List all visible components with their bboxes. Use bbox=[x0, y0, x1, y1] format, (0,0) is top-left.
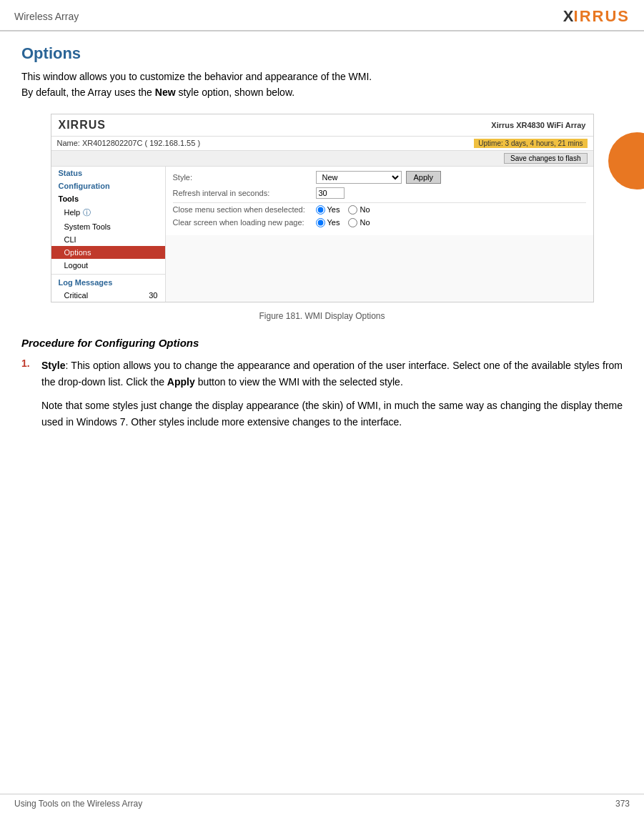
ss-logo-rest: IRRUS bbox=[66, 119, 106, 131]
figure-caption: Figure 181. WMI Display Options bbox=[21, 308, 623, 324]
ss-main-panel: Style: New Apply Refresh interval in sec… bbox=[166, 167, 593, 302]
ss-sidebar: Status Configuration Tools Help ⓘ System… bbox=[51, 167, 166, 302]
xirrus-logo-header: XIRRUS bbox=[563, 7, 630, 26]
main-content: Options This window allows you to custom… bbox=[0, 31, 644, 455]
list-item: 1. Style: This option allows you to chan… bbox=[21, 358, 623, 430]
procedure-title: Procedure for Configuring Options bbox=[21, 337, 623, 349]
clear-screen-yes-radio[interactable] bbox=[316, 218, 325, 227]
clear-screen-no-radio[interactable] bbox=[348, 218, 357, 227]
procedure-number: 1. bbox=[21, 358, 34, 430]
footer-left: Using Tools on the Wireless Array bbox=[14, 799, 142, 809]
ss-device-info: Name: XR4012802207C ( 192.168.1.55 ) bbox=[57, 139, 201, 147]
ss-logo-x: X bbox=[59, 119, 67, 131]
ss-logo: XIRRUS bbox=[59, 119, 106, 132]
help-icon: ⓘ bbox=[83, 207, 91, 218]
style-bold: Style bbox=[41, 360, 65, 371]
save-to-flash-button[interactable]: Save changes to flash bbox=[504, 153, 587, 164]
procedure-section: Procedure for Configuring Options 1. Sty… bbox=[21, 337, 623, 430]
clear-screen-label: Clear screen when loading new page: bbox=[173, 218, 316, 227]
page-footer: Using Tools on the Wireless Array 373 bbox=[0, 794, 644, 813]
sidebar-item-options[interactable]: Options bbox=[51, 246, 165, 259]
ss-device-name: Xirrus XR4830 WiFi Array bbox=[491, 121, 585, 129]
clear-screen-yes-label[interactable]: Yes bbox=[316, 218, 340, 227]
description-line1: This window allows you to customize the … bbox=[21, 71, 372, 82]
ss-header: XIRRUS Xirrus XR4830 WiFi Array bbox=[51, 114, 593, 137]
clear-screen-radio-group: Yes No bbox=[316, 218, 370, 227]
sidebar-item-configuration[interactable]: Configuration bbox=[51, 179, 165, 192]
sidebar-item-cli[interactable]: CLI bbox=[51, 233, 165, 246]
sidebar-item-logout[interactable]: Logout bbox=[51, 259, 165, 272]
close-menu-label: Close menu section when deselected: bbox=[173, 205, 316, 214]
sidebar-item-log-messages[interactable]: Log Messages bbox=[51, 274, 165, 289]
refresh-input[interactable] bbox=[316, 187, 345, 199]
ss-uptime: Uptime: 3 days, 4 hours, 21 mins bbox=[474, 139, 587, 148]
close-menu-yes-radio[interactable] bbox=[316, 205, 325, 215]
note-block: Note that some styles just change the di… bbox=[41, 398, 623, 430]
page-header: Wireless Array XIRRUS bbox=[0, 0, 644, 31]
page-title: Options bbox=[21, 44, 623, 63]
close-menu-row: Close menu section when deselected: Yes … bbox=[173, 205, 586, 215]
apply-button[interactable]: Apply bbox=[406, 171, 442, 184]
clear-screen-row: Clear screen when loading new page: Yes … bbox=[173, 218, 586, 227]
style-row: Style: New Apply bbox=[173, 171, 586, 184]
sidebar-item-tools[interactable]: Tools bbox=[51, 192, 165, 205]
screenshot-container: XIRRUS Xirrus XR4830 WiFi Array Name: XR… bbox=[51, 114, 594, 302]
description: This window allows you to customize the … bbox=[21, 69, 623, 101]
logo-rest: IRRUS bbox=[574, 7, 630, 26]
text-part2: button to view the WMI with the selected… bbox=[195, 376, 403, 388]
style-label: Style: bbox=[173, 173, 316, 182]
logo-x: X bbox=[563, 7, 574, 26]
header-title: Wireless Array bbox=[14, 11, 79, 22]
close-menu-yes-label[interactable]: Yes bbox=[316, 205, 340, 215]
form-separator-1 bbox=[173, 202, 586, 203]
procedure-list: 1. Style: This option allows you to chan… bbox=[21, 358, 623, 430]
footer-right: 373 bbox=[615, 799, 630, 809]
sidebar-item-help[interactable]: Help ⓘ bbox=[51, 205, 165, 220]
close-menu-no-label[interactable]: No bbox=[348, 205, 370, 215]
clear-screen-no-label[interactable]: No bbox=[348, 218, 370, 227]
style-value-group: New Apply bbox=[316, 171, 442, 184]
sidebar-item-status[interactable]: Status bbox=[51, 167, 165, 179]
refresh-row: Refresh interval in seconds: bbox=[173, 187, 586, 199]
close-menu-no-radio[interactable] bbox=[348, 205, 357, 215]
sidebar-item-critical[interactable]: Critical 30 bbox=[51, 289, 165, 302]
refresh-label: Refresh interval in seconds: bbox=[173, 189, 316, 197]
ss-form: Style: New Apply Refresh interval in sec… bbox=[166, 167, 593, 235]
apply-bold: Apply bbox=[167, 376, 195, 388]
ss-save-bar: Save changes to flash bbox=[51, 151, 593, 167]
ss-body: Status Configuration Tools Help ⓘ System… bbox=[51, 167, 593, 302]
sidebar-item-system-tools[interactable]: System Tools bbox=[51, 220, 165, 233]
ss-info-bar: Name: XR4012802207C ( 192.168.1.55 ) Upt… bbox=[51, 137, 593, 151]
refresh-value-group bbox=[316, 187, 345, 199]
description-line2: By default, the Array uses the New style… bbox=[21, 87, 294, 98]
procedure-text: Style: This option allows you to change … bbox=[41, 358, 623, 430]
style-select[interactable]: New bbox=[316, 171, 402, 184]
close-menu-radio-group: Yes No bbox=[316, 205, 370, 215]
